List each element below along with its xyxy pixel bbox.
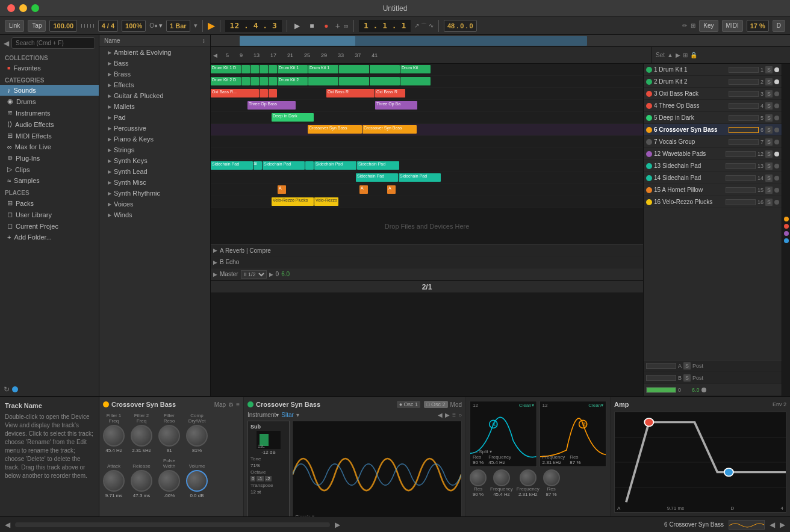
set-forward-icon[interactable]: ▶ <box>676 52 680 58</box>
track-13-fader[interactable] <box>726 163 756 169</box>
device-map-btn[interactable]: Map <box>214 401 226 408</box>
track-16-fader[interactable] <box>726 199 756 205</box>
comp-knob[interactable] <box>186 425 208 447</box>
clip[interactable]: Sidechain Pad <box>314 161 356 170</box>
track-4-play-btn[interactable] <box>646 103 652 109</box>
clip[interactable]: Sidechain Pad <box>211 161 253 170</box>
clip[interactable]: A <box>387 185 396 194</box>
return-b-fader[interactable] <box>646 375 676 381</box>
clip[interactable]: Sidechain Pad <box>356 173 398 182</box>
track-16-arm[interactable] <box>774 200 779 205</box>
overview-bar[interactable] <box>211 35 790 47</box>
sidebar-item-instruments[interactable]: ≋ Instruments <box>0 107 99 119</box>
right-return-b[interactable]: B S Post <box>644 372 782 384</box>
return-a-play-btn[interactable]: ▶ <box>213 247 217 253</box>
clip[interactable]: Drum Kit 2 D <box>211 77 241 85</box>
browser-item-mallets[interactable]: ▶ Mallets <box>99 101 210 112</box>
sync-icon[interactable]: ↻ <box>4 385 10 394</box>
arr-track-6[interactable]: Crossover Syn Bass Crossover Syn Bass <box>211 124 643 136</box>
minimize-button[interactable] <box>19 4 27 12</box>
browser-item-voices[interactable]: ▶ Voices <box>99 199 210 209</box>
clip[interactable]: Oxi Bass R... <box>211 89 259 97</box>
track-15-fader[interactable] <box>726 187 756 193</box>
attack-knob[interactable] <box>103 470 125 492</box>
loop-icon[interactable]: ∞ <box>344 22 349 29</box>
sidebar-item-plug-ins[interactable]: ⊕ Plug-Ins <box>0 152 99 164</box>
track-4-fader[interactable] <box>729 103 759 109</box>
return-b-play-btn[interactable]: ▶ <box>213 259 217 265</box>
browser-item-effects[interactable]: ▶ Effects <box>99 79 210 90</box>
track-2-solo[interactable]: S <box>765 78 773 85</box>
right-track-4[interactable]: 4 Three Op Bass 4 S <box>644 100 782 112</box>
clip[interactable]: Drum Kit 2 <box>278 77 308 85</box>
clip[interactable]: Oxi Bass R <box>326 89 375 97</box>
instrument-save-icon[interactable]: ○ <box>458 412 462 418</box>
sidebar-item-favorites[interactable]: ■ Favorites <box>0 63 99 73</box>
track-4-arm[interactable] <box>774 104 779 108</box>
clip[interactable] <box>400 77 431 85</box>
track-7-arm[interactable] <box>774 140 779 144</box>
sidebar-item-drums[interactable]: ◉ Drums <box>0 96 99 107</box>
track-13-play-btn[interactable] <box>646 163 652 169</box>
track-16-solo[interactable]: S <box>765 199 773 206</box>
return-a-solo[interactable]: S <box>683 362 691 370</box>
right-track-12[interactable]: 12 Wavetable Pads 12 S <box>644 148 782 160</box>
track-1-fader[interactable] <box>729 67 759 73</box>
arr-track-7[interactable] <box>211 136 643 148</box>
master-select[interactable]: II 1/2 <box>241 270 267 279</box>
stop-button[interactable]: ■ <box>306 20 317 31</box>
position-display[interactable]: 12 . 4 . 3 <box>225 20 282 32</box>
clip[interactable]: Crossover Syn Bass <box>362 125 417 134</box>
instrument-nav-right[interactable]: ▶ <box>445 412 450 418</box>
browser-item-brass[interactable]: ▶ Brass <box>99 69 210 79</box>
sidebar-item-max-live[interactable]: ∞ Max for Live <box>0 141 99 152</box>
track-5-solo[interactable]: S <box>765 114 773 122</box>
track-16-play-btn[interactable] <box>646 199 652 205</box>
freq1-knob[interactable] <box>493 469 510 486</box>
track-1-arm[interactable] <box>774 67 779 72</box>
track-7-solo[interactable]: S <box>765 138 773 146</box>
osc2-tab[interactable]: □ Osc 2 <box>424 401 447 408</box>
status-nav-left[interactable]: ◀ <box>5 521 10 529</box>
clip[interactable]: Drum Kit 1 D <box>211 65 241 73</box>
arr-track-15[interactable]: A A A <box>211 184 643 196</box>
clip[interactable]: Sidechain Pad <box>263 161 305 170</box>
sidebar-item-user-library[interactable]: ◻ User Library <box>0 209 99 220</box>
track-14-play-btn[interactable] <box>646 175 652 181</box>
set-back-icon[interactable]: ▲ <box>667 52 673 58</box>
octave-0-btn[interactable]: 0 <box>250 476 255 481</box>
record-button[interactable]: ● <box>321 20 332 31</box>
osc1-tab[interactable]: ● Osc 1 <box>397 401 420 408</box>
clip[interactable] <box>305 161 314 170</box>
sidebar-item-audio-effects[interactable]: ⟨⟩ Audio Effects <box>0 119 99 130</box>
clip[interactable]: Oxi Bass R <box>375 89 405 97</box>
clip[interactable]: Three Op Bass <box>247 101 296 110</box>
clip[interactable] <box>269 77 277 85</box>
master-arm[interactable] <box>701 388 706 392</box>
midi-button[interactable]: MIDI <box>722 20 743 32</box>
master-track[interactable]: ▶ Master II 1/2 ▶ 0 6.0 <box>211 268 643 280</box>
clip[interactable]: Sidechain Pad <box>357 161 399 170</box>
arr-track-4[interactable]: Three Op Bass Three Op Ba <box>211 100 643 112</box>
track-1-play-btn[interactable] <box>646 67 652 73</box>
window-controls[interactable] <box>7 4 39 12</box>
sidebar-item-sounds[interactable]: ♪ Sounds <box>0 85 99 96</box>
track-3-play-btn[interactable] <box>646 91 652 97</box>
maximize-button[interactable] <box>31 4 39 12</box>
clip[interactable]: Velo-Rezzo <box>314 197 338 206</box>
track-14-fader[interactable] <box>726 175 756 181</box>
drop-zone[interactable]: Drop Files and Devices Here <box>211 208 643 244</box>
device-options-icon[interactable]: ≡ <box>236 401 240 408</box>
instrument-list-icon[interactable]: ≡ <box>452 412 456 418</box>
pw-knob[interactable] <box>158 470 180 492</box>
browser-item-synth-keys[interactable]: ▶ Synth Keys <box>99 155 210 166</box>
right-track-14[interactable]: 14 Sidechain Pad 14 S <box>644 172 782 184</box>
clip[interactable] <box>339 77 369 85</box>
status-end-left[interactable]: ◀ <box>770 521 775 529</box>
track-15-play-btn[interactable] <box>646 187 652 193</box>
clip[interactable] <box>241 65 250 73</box>
browser-item-synth-lead[interactable]: ▶ Synth Lead <box>99 166 210 177</box>
play-button[interactable]: ▶ <box>292 20 303 31</box>
pencil-icon[interactable]: ✏ <box>682 22 687 29</box>
clip[interactable] <box>308 77 338 85</box>
